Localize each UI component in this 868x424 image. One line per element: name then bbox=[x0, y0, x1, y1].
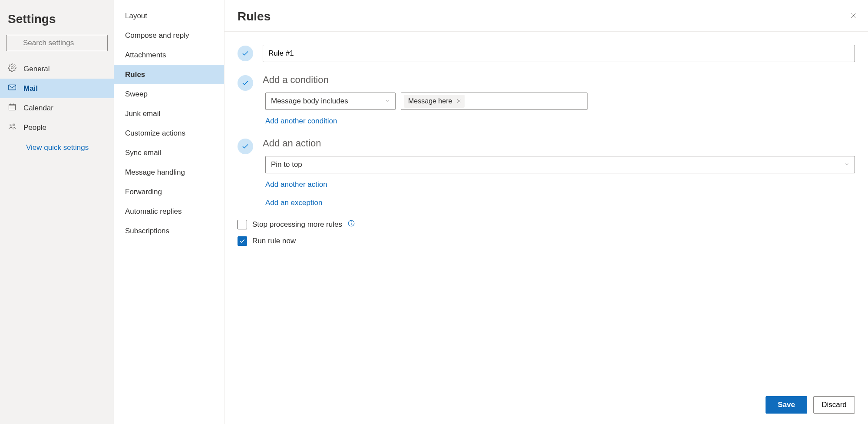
subnav-item-attachments[interactable]: Attachments bbox=[114, 45, 224, 65]
rule-name-input[interactable] bbox=[263, 45, 855, 62]
view-quick-settings-link[interactable]: View quick settings bbox=[26, 143, 114, 152]
subnav-item-forwarding[interactable]: Forwarding bbox=[114, 182, 224, 202]
svg-point-19 bbox=[351, 222, 352, 222]
chip-label: Message here bbox=[408, 97, 452, 105]
sidebar-item-mail[interactable]: Mail bbox=[0, 79, 114, 98]
action-select-value: Pin to top bbox=[271, 160, 302, 169]
search-input[interactable] bbox=[6, 35, 108, 51]
condition-select[interactable]: Message body includes bbox=[265, 93, 396, 110]
chip-remove-icon[interactable] bbox=[456, 98, 461, 105]
mail-icon bbox=[8, 83, 17, 94]
stop-processing-label: Stop processing more rules bbox=[252, 220, 342, 229]
save-button[interactable]: Save bbox=[766, 396, 807, 414]
subnav-item-layout[interactable]: Layout bbox=[114, 6, 224, 26]
add-action-link[interactable]: Add another action bbox=[265, 180, 855, 189]
discard-button[interactable]: Discard bbox=[813, 396, 855, 414]
run-now-label: Run rule now bbox=[252, 237, 296, 245]
calendar-icon bbox=[8, 103, 17, 113]
condition-heading: Add a condition bbox=[263, 74, 855, 86]
subnav-item-subscriptions[interactable]: Subscriptions bbox=[114, 221, 224, 241]
subnav-item-compose[interactable]: Compose and reply bbox=[114, 26, 224, 45]
svg-point-2 bbox=[11, 67, 13, 69]
run-now-row: Run rule now bbox=[238, 236, 855, 246]
condition-chip: Message here bbox=[404, 95, 465, 108]
chevron-down-icon bbox=[385, 97, 390, 106]
sidebar-item-people[interactable]: People bbox=[0, 118, 114, 137]
action-select[interactable]: Pin to top bbox=[265, 156, 855, 173]
run-now-checkbox[interactable] bbox=[238, 236, 247, 246]
subnav-item-handling[interactable]: Message handling bbox=[114, 162, 224, 182]
mail-subnav: Layout Compose and reply Attachments Rul… bbox=[114, 0, 224, 424]
svg-rect-3 bbox=[9, 85, 16, 90]
sidebar-item-label: General bbox=[23, 65, 50, 73]
chevron-down-icon bbox=[844, 160, 849, 169]
subnav-item-customize[interactable]: Customize actions bbox=[114, 123, 224, 143]
subnav-item-junk[interactable]: Junk email bbox=[114, 104, 224, 123]
subnav-item-sync[interactable]: Sync email bbox=[114, 143, 224, 162]
stop-processing-row: Stop processing more rules bbox=[238, 219, 855, 229]
gear-icon bbox=[8, 63, 17, 74]
stop-processing-checkbox[interactable] bbox=[238, 220, 247, 229]
sidebar-item-label: People bbox=[23, 123, 46, 132]
svg-rect-4 bbox=[9, 104, 16, 110]
step-complete-icon bbox=[238, 139, 253, 154]
action-heading: Add an action bbox=[263, 138, 855, 149]
close-icon[interactable] bbox=[850, 12, 857, 21]
svg-point-12 bbox=[13, 124, 15, 126]
settings-sidebar: Settings General Mail Calendar People bbox=[0, 0, 114, 424]
subnav-item-autoreplies[interactable]: Automatic replies bbox=[114, 202, 224, 221]
sidebar-item-general[interactable]: General bbox=[0, 59, 114, 79]
search-container bbox=[6, 35, 108, 51]
add-condition-link[interactable]: Add another condition bbox=[265, 117, 855, 126]
panel-footer: Save Discard bbox=[224, 388, 868, 424]
info-icon[interactable] bbox=[347, 219, 355, 229]
step-complete-icon bbox=[238, 75, 253, 91]
settings-title: Settings bbox=[8, 12, 114, 26]
condition-select-value: Message body includes bbox=[271, 97, 348, 106]
rules-panel: Rules Add a condition bbox=[224, 0, 868, 424]
svg-point-11 bbox=[10, 124, 12, 126]
add-exception-link[interactable]: Add an exception bbox=[265, 199, 855, 207]
rules-header: Rules bbox=[224, 0, 868, 32]
people-icon bbox=[8, 122, 17, 133]
rules-title: Rules bbox=[238, 10, 271, 23]
subnav-item-sweep[interactable]: Sweep bbox=[114, 84, 224, 104]
step-complete-icon bbox=[238, 46, 253, 61]
sidebar-item-calendar[interactable]: Calendar bbox=[0, 98, 114, 118]
condition-value-input[interactable]: Message here bbox=[401, 93, 587, 110]
subnav-item-rules[interactable]: Rules bbox=[114, 65, 224, 84]
sidebar-item-label: Mail bbox=[23, 84, 38, 93]
sidebar-item-label: Calendar bbox=[23, 104, 53, 113]
